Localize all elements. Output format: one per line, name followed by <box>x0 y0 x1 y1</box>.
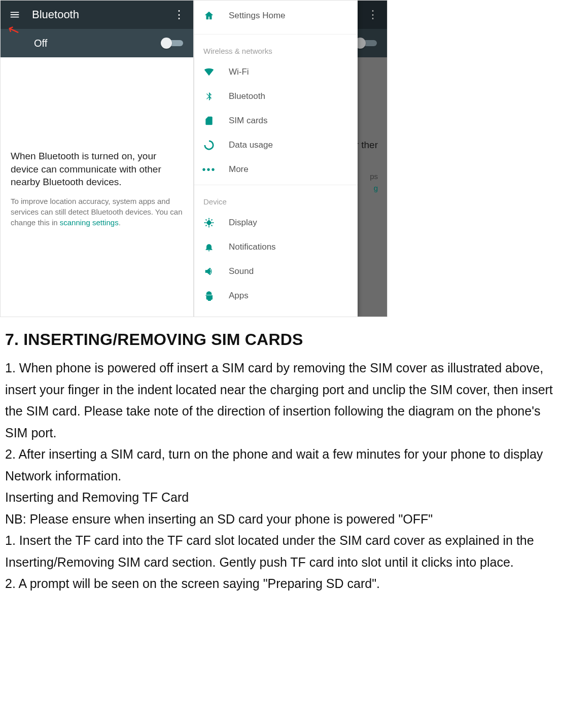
drawer-label: Apps <box>229 291 249 301</box>
more-vert-icon: ⋮ <box>173 8 185 21</box>
drawer-section-device: Device <box>194 188 358 211</box>
android-icon <box>203 290 215 301</box>
drawer-item-sim-cards[interactable]: SIM cards <box>194 109 358 133</box>
drawer-label: Notifications <box>229 242 276 252</box>
more-horiz-icon: ••• <box>203 164 215 175</box>
data-usage-icon <box>203 140 215 151</box>
bluetooth-headline: When Bluetooth is turned on, your device… <box>11 150 183 189</box>
paragraph: 2. A prompt will be seen on the screen s… <box>5 573 556 595</box>
section-heading: 7. INSERTING/REMOVING SIM CARDS <box>5 330 556 349</box>
bluetooth-switch[interactable] <box>161 37 183 49</box>
toggle-state-label: Off <box>34 38 47 49</box>
scanning-settings-link[interactable]: scanning settings <box>60 218 119 227</box>
drawer-item-sound[interactable]: Sound <box>194 259 358 284</box>
drawer-label: SIM cards <box>229 116 268 126</box>
drawer-label: Data usage <box>229 140 273 150</box>
navigation-drawer: Settings Home Wireless & networks Wi-Fi … <box>194 1 358 317</box>
drawer-item-data-usage[interactable]: Data usage <box>194 133 358 157</box>
bluetooth-subtext: To improve location accuracy, system app… <box>11 196 183 228</box>
drawer-item-settings-home[interactable]: Settings Home <box>194 1 358 31</box>
drawer-section-wireless: Wireless & networks <box>194 38 358 60</box>
phone-bluetooth-screenshot: ↖ Bluetooth ⋮ Off When Bluetooth is turn… <box>0 0 194 317</box>
drawer-item-wifi[interactable]: Wi-Fi <box>194 60 358 84</box>
brightness-icon <box>203 217 215 228</box>
paragraph: 2. After inserting a SIM card, turn on t… <box>5 443 556 487</box>
drawer-label: Bluetooth <box>229 91 265 101</box>
subtext-suffix: . <box>119 218 121 227</box>
bluetooth-toggle-row[interactable]: Off <box>1 29 193 57</box>
drawer-label: Display <box>229 218 257 228</box>
section-label: Device <box>203 197 227 206</box>
volume-icon <box>203 266 215 277</box>
paragraph: 1. When phone is powered off insert a SI… <box>5 357 556 443</box>
bluetooth-icon <box>203 91 215 102</box>
drawer-item-apps[interactable]: Apps <box>194 284 358 308</box>
hamburger-button[interactable] <box>5 5 25 25</box>
appbar: ↖ Bluetooth ⋮ <box>1 1 193 29</box>
paragraph: NB: Please ensure when inserting an SD c… <box>5 508 556 530</box>
drawer-label: More <box>229 164 249 175</box>
drawer-label: Wi-Fi <box>229 67 249 77</box>
phone-drawer-screenshot: ⋮ ur ther ps g Settings Home Wireless & … <box>194 0 388 317</box>
overflow-menu-button[interactable]: ⋮ <box>169 5 189 25</box>
drawer-label: Sound <box>229 266 254 276</box>
wifi-icon <box>203 66 215 78</box>
drawer-item-bluetooth[interactable]: Bluetooth <box>194 84 358 109</box>
drawer-label: Settings Home <box>229 11 286 21</box>
drawer-item-more[interactable]: ••• More <box>194 157 358 182</box>
screenshots-row: ↖ Bluetooth ⋮ Off When Bluetooth is turn… <box>0 0 561 317</box>
home-icon <box>203 10 215 21</box>
section-label: Wireless & networks <box>203 47 272 55</box>
paragraph: 1. Insert the TF card into the TF card s… <box>5 530 556 573</box>
sim-card-icon <box>203 115 215 126</box>
page-title: Bluetooth <box>32 8 79 21</box>
drawer-item-notifications[interactable]: Notifications <box>194 235 358 259</box>
paragraph: Inserting and Removing TF Card <box>5 487 556 508</box>
bell-icon <box>203 241 215 253</box>
document-body: 7. INSERTING/REMOVING SIM CARDS 1. When … <box>0 317 561 609</box>
bluetooth-info-body: When Bluetooth is turned on, your device… <box>1 133 193 244</box>
hamburger-icon <box>9 9 20 20</box>
drawer-item-display[interactable]: Display <box>194 211 358 235</box>
